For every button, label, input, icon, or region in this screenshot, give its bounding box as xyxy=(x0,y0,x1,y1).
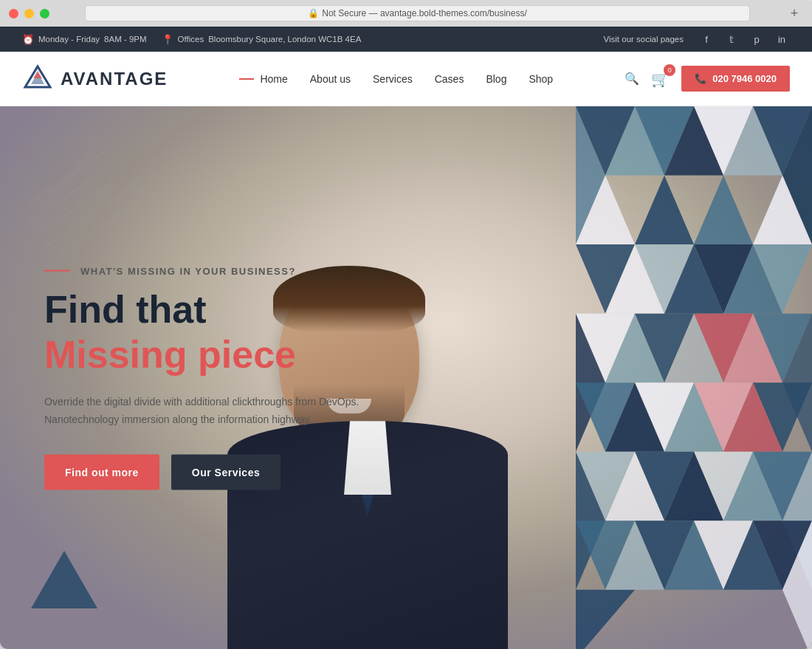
nav-cases[interactable]: Cases xyxy=(435,73,464,85)
svg-line-60 xyxy=(46,183,137,247)
offices-address: Bloomsbury Square, London WC1B 4EA xyxy=(208,35,361,44)
active-indicator xyxy=(239,78,254,80)
phone-number: 020 7946 0020 xyxy=(712,73,777,84)
location-item: 📍 Offices Bloomsbury Square, London WC1B… xyxy=(162,34,362,45)
search-icon[interactable]: 🔍 xyxy=(625,72,639,86)
offices-label: Offices xyxy=(178,35,204,44)
phone-button[interactable]: 📞 020 7946 0020 xyxy=(681,66,790,92)
location-icon: 📍 xyxy=(162,34,173,45)
svg-marker-13 xyxy=(635,176,694,245)
url-text: Not Secure — avantage.bold-themes.com/bu… xyxy=(322,8,526,18)
svg-line-59 xyxy=(38,171,128,235)
browser-window: 🔒 Not Secure — avantage.bold-themes.com/… xyxy=(0,0,812,649)
cart-icon[interactable]: 🛒 0 xyxy=(651,70,670,88)
facebook-icon[interactable]: f xyxy=(698,31,715,47)
geo-svg xyxy=(576,106,812,649)
bottom-triangle xyxy=(31,551,97,608)
schedule-hours: 8AM - 9PM xyxy=(104,35,147,44)
hero-content: WHAT'S MISSING IN YOUR BUSINESS? Find th… xyxy=(44,265,359,490)
nav-about[interactable]: About us xyxy=(310,73,351,85)
address-bar[interactable]: 🔒 Not Secure — avantage.bold-themes.com/… xyxy=(85,5,750,21)
new-tab-button[interactable]: + xyxy=(785,4,803,22)
find-out-more-button[interactable]: Find out more xyxy=(44,455,159,490)
main-nav: Home About us Services Cases Blog Shop xyxy=(239,73,553,85)
clock-icon: ⏰ xyxy=(22,34,34,45)
svg-line-58 xyxy=(30,159,120,223)
twitter-icon[interactable]: 𝕥 xyxy=(723,31,740,47)
logo-icon xyxy=(22,63,53,95)
nav-services[interactable]: Services xyxy=(373,73,413,85)
website-content: ⏰ Monday - Friday 8AM - 9PM 📍 Offices Bl… xyxy=(0,27,812,649)
linkedin-icon[interactable]: in xyxy=(774,31,790,47)
diagonal-lines-svg xyxy=(30,151,140,261)
svg-line-61 xyxy=(55,196,140,259)
subtitle-text: WHAT'S MISSING IN YOUR BUSINESS? xyxy=(80,265,296,276)
svg-line-57 xyxy=(30,151,111,210)
svg-marker-52 xyxy=(576,590,635,649)
hero-subtitle: WHAT'S MISSING IN YOUR BUSINESS? xyxy=(44,265,359,276)
phone-icon: 📞 xyxy=(695,73,706,84)
nav-blog[interactable]: Blog xyxy=(486,73,506,85)
maximize-button[interactable] xyxy=(40,9,49,18)
lock-icon: 🔒 xyxy=(308,8,319,18)
nav-actions: 🔍 🛒 0 📞 020 7946 0020 xyxy=(625,66,790,92)
logo-text: AVANTAGE xyxy=(61,69,168,89)
top-bar-right: Visit our social pages f 𝕥 p in xyxy=(604,31,790,47)
geo-pattern xyxy=(576,106,812,649)
nav-home[interactable]: Home xyxy=(239,73,287,85)
site-header: AVANTAGE Home About us Services Cases Bl… xyxy=(0,52,812,106)
our-services-button[interactable]: Our Services xyxy=(171,455,281,490)
minimize-button[interactable] xyxy=(24,9,34,18)
svg-marker-14 xyxy=(694,176,753,245)
top-bar: ⏰ Monday - Friday 8AM - 9PM 📍 Offices Bl… xyxy=(0,27,812,52)
left-decorations xyxy=(30,151,140,264)
schedule-item: ⏰ Monday - Friday 8AM - 9PM xyxy=(22,34,147,45)
cart-badge: 0 xyxy=(664,64,675,76)
browser-titlebar: 🔒 Not Secure — avantage.bold-themes.com/… xyxy=(0,0,812,27)
schedule-label: Monday - Friday xyxy=(38,35,100,44)
close-button[interactable] xyxy=(9,9,18,18)
hero-title-line1: Find that xyxy=(44,288,359,330)
subtitle-line xyxy=(44,270,70,272)
top-bar-left: ⏰ Monday - Friday 8AM - 9PM 📍 Offices Bl… xyxy=(22,34,361,45)
hero-buttons: Find out more Our Services xyxy=(44,455,359,490)
hero-title-line2: Missing piece xyxy=(44,333,359,375)
social-pages-text: Visit our social pages xyxy=(604,35,684,44)
hero-description: Override the digital divide with additio… xyxy=(44,393,359,428)
nav-shop[interactable]: Shop xyxy=(529,73,553,85)
hero-section: WHAT'S MISSING IN YOUR BUSINESS? Find th… xyxy=(0,106,812,649)
logo[interactable]: AVANTAGE xyxy=(22,63,168,95)
pinterest-icon[interactable]: p xyxy=(749,31,765,47)
